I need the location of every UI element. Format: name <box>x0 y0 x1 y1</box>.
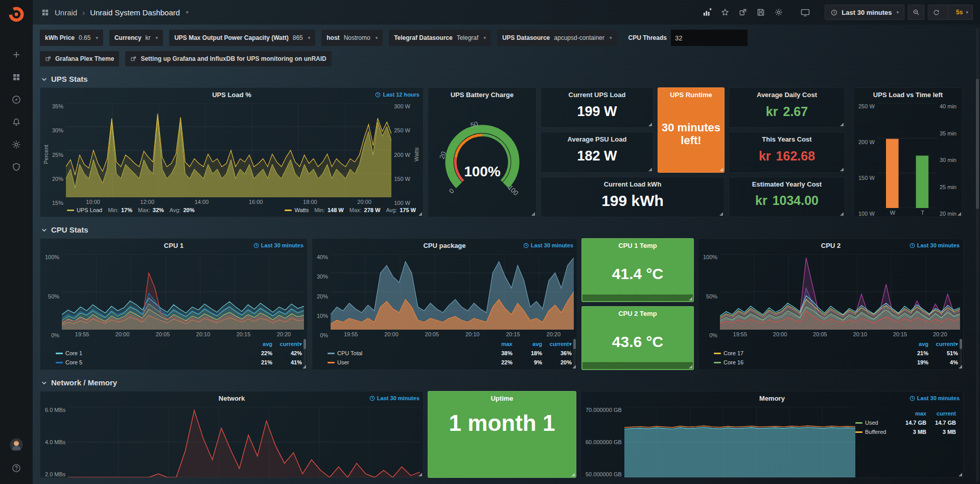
variable-ups-datasource[interactable]: UPS Datasource apcupsd-container ▾ <box>497 30 617 46</box>
legend-sort-current[interactable]: current▾ <box>542 341 572 348</box>
sidebar-item-alerting[interactable] <box>6 113 27 131</box>
panel-title[interactable]: Uptime <box>428 391 576 402</box>
panel-title[interactable]: Current Load kWh <box>541 177 724 188</box>
section-header-network-memory[interactable]: Network / Memory <box>41 378 973 387</box>
panel-title[interactable]: UPS Runtime <box>658 88 724 99</box>
panel-resize-handle[interactable] <box>648 123 652 126</box>
panel-time-range-badge[interactable]: Last 30 minutes <box>909 242 960 248</box>
legend-scrollbar[interactable] <box>960 339 962 366</box>
panel-resize-handle[interactable] <box>571 473 575 476</box>
panel-title[interactable]: CPU 2 <box>821 242 841 249</box>
series-name[interactable]: Core 1 <box>56 350 243 356</box>
panel-resize-handle[interactable] <box>959 473 962 476</box>
sidebar-item-profile[interactable] <box>6 436 27 453</box>
share-button[interactable] <box>736 5 750 19</box>
panel-resize-handle[interactable] <box>959 365 962 368</box>
cpu-threads-input[interactable] <box>671 30 748 46</box>
panel-resize-handle[interactable] <box>648 168 652 171</box>
panel-resize-handle[interactable] <box>531 212 535 216</box>
panel-title[interactable]: CPU 2 Temp <box>582 307 693 317</box>
series-name[interactable]: User <box>328 359 483 365</box>
series-name[interactable]: Core 17 <box>714 350 899 356</box>
scrollbar-thumb[interactable] <box>976 79 979 209</box>
dashboard-settings-button[interactable] <box>772 5 786 19</box>
sidebar-item-help[interactable] <box>6 459 27 477</box>
variable-telegraf-datasource[interactable]: Telegraf Datasource Telegraf ▾ <box>389 30 491 46</box>
panel-title[interactable]: Network <box>219 395 245 402</box>
caret-down-icon[interactable]: ▾ <box>186 10 189 15</box>
legend-scrollbar[interactable] <box>573 339 576 366</box>
panel-resize-handle[interactable] <box>719 212 723 216</box>
panel-title[interactable]: Average PSU Load <box>541 132 653 143</box>
section-header-cpu-stats[interactable]: CPU Stats <box>41 225 973 234</box>
panel-resize-handle[interactable] <box>719 168 723 171</box>
variable-host[interactable]: host Nostromo ▾ <box>321 30 383 46</box>
zoom-out-button[interactable] <box>908 5 924 20</box>
refresh-interval-select[interactable]: 5s ▾ <box>952 9 972 16</box>
legend-sort-current[interactable]: current▾ <box>272 341 302 348</box>
panel-resize-handle[interactable] <box>840 168 844 171</box>
mark-favorite-button[interactable] <box>718 5 732 19</box>
panel-time-range-badge[interactable]: Last 30 minutes <box>909 395 960 401</box>
panel-title[interactable]: UPS Load % <box>212 91 251 99</box>
dashboard-grid-icon[interactable] <box>41 8 50 17</box>
link-ups-monitoring-guide[interactable]: Setting up Grafana and InfluxDB for UPS … <box>125 51 331 66</box>
panel-resize-handle[interactable] <box>418 212 422 216</box>
sidebar-item-dashboards[interactable] <box>6 68 27 86</box>
panel-time-range-badge[interactable]: Last 30 minutes <box>523 242 573 248</box>
legend-sort-avg[interactable]: avg <box>899 341 928 347</box>
panel-title[interactable]: Memory <box>759 395 785 402</box>
sidebar-item-configuration[interactable] <box>6 136 27 153</box>
variable-ups-max-output[interactable]: UPS Max Output Power Capacity (Watt) 865… <box>169 30 315 46</box>
legend-scrollbar[interactable] <box>304 339 306 366</box>
series-name[interactable]: UPS Load <box>77 207 102 213</box>
panel-resize-handle[interactable] <box>572 365 576 368</box>
panel-resize-handle[interactable] <box>840 123 844 126</box>
link-grafana-plex-theme[interactable]: Grafana Plex Theme <box>40 51 119 66</box>
panel-resize-handle[interactable] <box>418 473 422 476</box>
cycle-view-mode-button[interactable] <box>798 5 812 19</box>
dashboard-title[interactable]: Unraid System Dashboard <box>90 8 180 17</box>
panel-title[interactable]: CPU 1 Temp <box>582 239 693 249</box>
panel-time-range-badge[interactable]: Last 30 minutes <box>369 395 419 401</box>
breadcrumb-folder[interactable]: Unraid <box>55 8 77 17</box>
panel-title[interactable]: Current UPS Load <box>541 88 653 99</box>
series-name[interactable]: Core 5 <box>56 359 243 365</box>
series-name[interactable]: Watts <box>294 207 309 213</box>
variable-currency[interactable]: Currency kr ▾ <box>109 30 163 46</box>
time-range-picker[interactable]: Last 30 minutes ▾ <box>825 5 904 20</box>
panel-resize-handle[interactable] <box>840 212 844 216</box>
panel-time-range-badge[interactable]: Last 12 hours <box>375 91 419 98</box>
add-panel-button[interactable] <box>700 5 714 19</box>
refresh-button[interactable] <box>928 5 944 19</box>
legend-sort-avg[interactable]: avg <box>512 341 542 347</box>
panel-title[interactable]: CPU 1 <box>164 242 183 249</box>
panel-title[interactable]: Average Daily Cost <box>729 88 845 99</box>
series-name[interactable]: Core 16 <box>714 359 899 365</box>
sidebar-item-create[interactable] <box>6 46 27 63</box>
panel-time-range-badge[interactable]: Last 30 minutes <box>253 242 304 248</box>
panel-title[interactable]: CPU package <box>423 242 465 249</box>
legend-sort-current[interactable]: current <box>926 410 956 417</box>
panel-resize-handle[interactable] <box>958 212 961 216</box>
panel-title[interactable]: This Years Cost <box>729 132 845 143</box>
legend-sort-max[interactable]: max <box>483 341 512 347</box>
panel-title[interactable]: UPS Load vs Time left <box>873 91 943 99</box>
sidebar-item-server-admin[interactable] <box>6 158 27 176</box>
panel-resize-handle[interactable] <box>302 365 306 368</box>
panel-title[interactable]: UPS Battery Charge <box>451 91 514 99</box>
legend-sort-max[interactable]: max <box>897 410 926 417</box>
save-button[interactable] <box>754 5 768 19</box>
panel-title[interactable]: Estimated Yearly Cost <box>729 177 845 188</box>
panel-resize-handle[interactable] <box>689 297 692 301</box>
panel-resize-handle[interactable] <box>689 365 692 368</box>
grafana-logo[interactable] <box>6 4 27 25</box>
legend-sort-current[interactable]: current▾ <box>928 341 958 348</box>
series-name[interactable]: CPU Total <box>328 350 483 356</box>
page-scrollbar[interactable] <box>976 28 979 482</box>
section-header-ups-stats[interactable]: UPS Stats <box>41 75 973 83</box>
variable-kwh-price[interactable]: kWh Price 0.65 ▾ <box>40 30 103 46</box>
series-name[interactable]: Buffered <box>855 429 897 435</box>
legend-sort-avg[interactable]: avg <box>243 341 272 347</box>
series-name[interactable]: Used <box>855 420 897 426</box>
